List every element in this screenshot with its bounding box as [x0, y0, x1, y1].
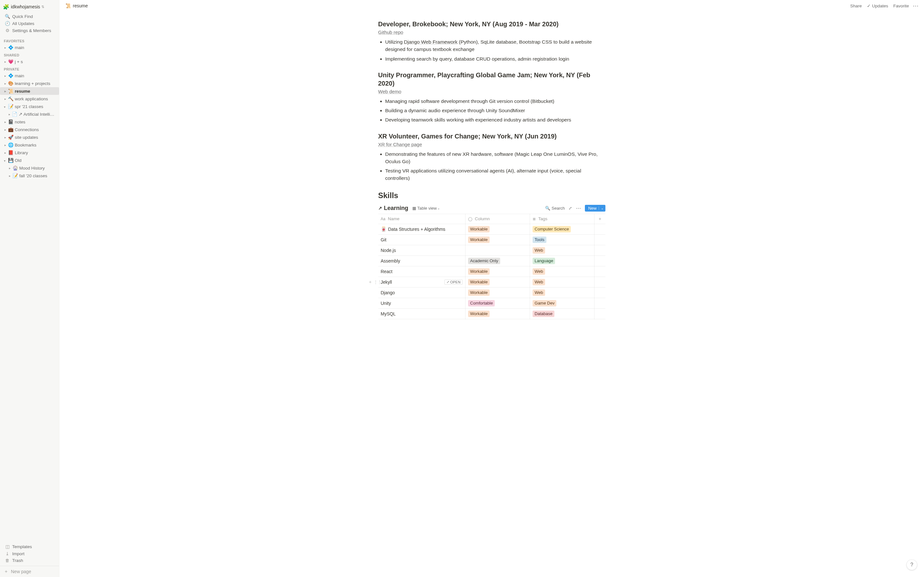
- table-row[interactable]: GitWorkableTools: [378, 234, 606, 245]
- table-row[interactable]: UnityComfortableGame Dev: [378, 298, 606, 308]
- table-row[interactable]: Node.jsWeb: [378, 245, 606, 255]
- page-menu-button[interactable]: ⋯: [911, 2, 920, 9]
- sidebar-page-item[interactable]: ▸📄↗ Artificial Intellige…: [0, 110, 59, 118]
- column-header-name[interactable]: Aa Name: [378, 214, 465, 224]
- templates[interactable]: ◫ Templates: [1, 543, 58, 550]
- sidebar-page-item[interactable]: ▸💠main: [0, 72, 59, 79]
- cell-column[interactable]: Workable: [465, 234, 530, 245]
- cell-tags[interactable]: Game Dev: [530, 298, 594, 308]
- job-reference-link[interactable]: Github repo: [378, 29, 403, 35]
- workspace-switcher[interactable]: 🧩 idkwhojamesis ⇅: [0, 3, 59, 11]
- cell-name[interactable]: Django: [378, 287, 465, 298]
- cell-column[interactable]: Workable: [465, 277, 530, 287]
- drag-handle-icon[interactable]: ⋮⋮: [374, 280, 381, 284]
- cell-tags[interactable]: Computer Science: [530, 224, 594, 234]
- disclosure-caret-icon[interactable]: ▸: [3, 74, 7, 77]
- sidebar-page-item[interactable]: ▸📝spr '21 classes: [0, 103, 59, 110]
- cell-name[interactable]: MySQL: [378, 308, 465, 319]
- sidebar-page-item[interactable]: ▸📓notes: [0, 118, 59, 126]
- all-updates[interactable]: 🕘 All Updates: [1, 20, 58, 27]
- disclosure-caret-icon[interactable]: ▸: [3, 120, 7, 124]
- table-row[interactable]: ReactWorkableWeb: [378, 266, 606, 277]
- cell-tags[interactable]: Web: [530, 266, 594, 277]
- cell-name[interactable]: Unity: [378, 298, 465, 308]
- cell-name[interactable]: Assembly: [378, 255, 465, 266]
- chevron-down-icon[interactable]: ⌄: [599, 206, 604, 210]
- share-button[interactable]: Share: [848, 2, 864, 10]
- sidebar-page-item[interactable]: ▸🎨learning + projects: [0, 79, 59, 87]
- job-reference-link[interactable]: Web demo: [378, 89, 401, 94]
- disclosure-caret-icon[interactable]: ▸: [3, 97, 7, 101]
- sidebar-page-item[interactable]: ▸💠main: [0, 44, 59, 51]
- disclosure-caret-icon[interactable]: ▸: [3, 143, 7, 147]
- sidebar-page-item[interactable]: ▸💗j + s: [0, 58, 59, 65]
- cell-name[interactable]: 🀄Data Structures + Algorithms: [378, 224, 465, 234]
- table-row[interactable]: DjangoWorkableWeb: [378, 287, 606, 298]
- disclosure-caret-icon[interactable]: ▸: [3, 60, 7, 63]
- sidebar-page-item[interactable]: ▸💼Connections: [0, 126, 59, 133]
- cell-column[interactable]: Workable: [465, 224, 530, 234]
- disclosure-caret-icon[interactable]: ▸: [8, 166, 11, 170]
- column-header-tags[interactable]: ≣ Tags: [530, 214, 594, 224]
- disclosure-caret-icon[interactable]: ▸: [3, 46, 7, 49]
- sidebar-page-item[interactable]: ▸📜resume: [0, 87, 59, 95]
- cell-tags[interactable]: Web: [530, 277, 594, 287]
- cell-tags[interactable]: Database: [530, 308, 594, 319]
- sidebar-page-item[interactable]: ▸🔨work applications: [0, 95, 59, 103]
- table-row[interactable]: AssemblyAcademic OnlyLanguage: [378, 255, 606, 266]
- updates-button[interactable]: ✓ Updates: [864, 2, 891, 10]
- sidebar-page-item[interactable]: ▸🌐Bookmarks: [0, 141, 59, 149]
- favorite-button[interactable]: Favorite: [891, 2, 911, 10]
- column-header-column[interactable]: ◯ Column: [465, 214, 530, 224]
- database-title-link[interactable]: ↗ Learning: [378, 205, 409, 211]
- cell-tags[interactable]: Web: [530, 287, 594, 298]
- disclosure-caret-icon[interactable]: ▸: [3, 82, 7, 85]
- table-row[interactable]: ＋⋮⋮Jekyll⤢OPENWorkableWeb: [378, 277, 606, 287]
- add-row-icon[interactable]: ＋: [368, 279, 373, 285]
- quick-find[interactable]: 🔍 Quick Find: [1, 13, 58, 20]
- sidebar-page-item[interactable]: ▸📕Library: [0, 149, 59, 156]
- db-new-button[interactable]: New ⌄: [585, 205, 605, 211]
- add-column-button[interactable]: ＋: [594, 214, 606, 224]
- disclosure-caret-icon[interactable]: ▸: [3, 105, 7, 109]
- new-page-button[interactable]: ＋ New page: [0, 566, 59, 577]
- db-menu[interactable]: ⋯: [574, 205, 583, 212]
- disclosure-caret-icon[interactable]: ▸: [8, 174, 11, 177]
- cell-column[interactable]: Workable: [465, 287, 530, 298]
- cell-tags[interactable]: Language: [530, 255, 594, 266]
- cell-name[interactable]: Node.js: [378, 245, 465, 255]
- disclosure-caret-icon[interactable]: ▸: [3, 89, 7, 93]
- sidebar-page-item[interactable]: ▸💾Old: [0, 156, 59, 164]
- job-reference-link[interactable]: XR for Change page: [378, 142, 422, 147]
- cell-column[interactable]: [465, 245, 530, 255]
- help-button[interactable]: ?: [907, 560, 917, 570]
- disclosure-caret-icon[interactable]: ▸: [3, 135, 7, 139]
- cell-tags[interactable]: Tools: [530, 234, 594, 245]
- table-row[interactable]: MySQLWorkableDatabase: [378, 308, 606, 319]
- breadcrumb[interactable]: 📜 resume: [63, 2, 90, 9]
- content-scroll[interactable]: Developer, Brokebook; New York, NY (Aug …: [59, 11, 924, 577]
- sidebar-page-item[interactable]: ▸🎡Mood History: [0, 164, 59, 172]
- view-switcher[interactable]: ▦ Table view ⌄: [412, 206, 440, 211]
- disclosure-caret-icon[interactable]: ▸: [3, 128, 7, 131]
- cell-column[interactable]: Workable: [465, 308, 530, 319]
- db-expand[interactable]: ⤢: [567, 205, 574, 211]
- cell-column[interactable]: Workable: [465, 266, 530, 277]
- sidebar-page-item[interactable]: ▸📝fall '20 classes: [0, 172, 59, 179]
- trash[interactable]: 🗑 Trash: [1, 557, 58, 564]
- cell-name[interactable]: React: [378, 266, 465, 277]
- sidebar-page-item[interactable]: ▸🚀site updates: [0, 133, 59, 141]
- import[interactable]: ⤓ Import: [1, 550, 58, 557]
- inline-link[interactable]: Django Web Framework: [404, 39, 457, 45]
- cell-column[interactable]: Comfortable: [465, 298, 530, 308]
- open-row-button[interactable]: ⤢OPEN: [444, 279, 463, 285]
- cell-tags[interactable]: Web: [530, 245, 594, 255]
- cell-name[interactable]: Git: [378, 234, 465, 245]
- cell-column[interactable]: Academic Only: [465, 255, 530, 266]
- settings-members[interactable]: ⚙ Settings & Members: [1, 27, 58, 34]
- table-row[interactable]: 🀄Data Structures + AlgorithmsWorkableCom…: [378, 224, 606, 234]
- disclosure-caret-icon[interactable]: ▸: [3, 159, 7, 163]
- cell-name[interactable]: ＋⋮⋮Jekyll⤢OPEN: [378, 277, 465, 287]
- disclosure-caret-icon[interactable]: ▸: [3, 151, 7, 155]
- disclosure-caret-icon[interactable]: ▸: [8, 113, 11, 116]
